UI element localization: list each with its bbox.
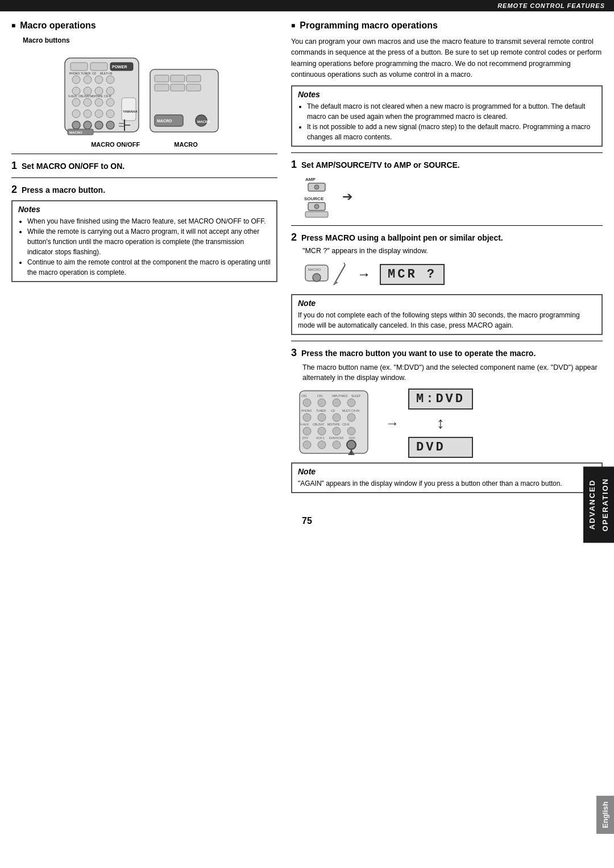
right-note-item-2: It is not possible to add a new signal (…	[307, 122, 596, 142]
svg-point-54	[314, 185, 319, 189]
svg-text:MULTI-IN: MULTI-IN	[100, 72, 113, 75]
svg-point-95	[303, 441, 311, 449]
arrow-down: ↕	[408, 414, 473, 432]
macro-on-off-label: MACRO ON/OFF	[91, 141, 140, 148]
svg-text:INPUT/MOZ: INPUT/MOZ	[332, 394, 348, 398]
svg-point-8	[106, 76, 114, 84]
right-section-title: Programming macro operations	[291, 20, 603, 31]
svg-rect-59	[305, 212, 328, 217]
svg-point-9	[72, 87, 80, 95]
svg-point-22	[84, 121, 92, 129]
svg-text:TUNER: TUNER	[81, 72, 91, 75]
remote-svg: POWER	[11, 47, 277, 138]
svg-point-20	[106, 110, 114, 118]
svg-point-21	[72, 121, 80, 129]
svg-text:MACRO: MACRO	[197, 120, 210, 123]
svg-rect-42	[155, 75, 169, 82]
bottom-remote: CB1 CB1 INPUT/MOZ SLEEP PHONO TUNER CD M…	[297, 388, 376, 458]
left-section-title: Macro operations	[11, 20, 277, 31]
svg-point-71	[303, 399, 311, 407]
step1-heading: 1 Set MACRO ON/OFF to ON.	[11, 160, 277, 172]
svg-text:VCR-1: VCR-1	[316, 436, 325, 440]
svg-text:MACRO: MACRO	[157, 119, 172, 123]
svg-text:CBL/SAT: CBL/SAT	[313, 423, 324, 426]
svg-point-88	[318, 427, 326, 435]
svg-point-62	[313, 274, 321, 282]
svg-text:MACRO: MACRO	[69, 131, 82, 134]
svg-text:V-AUX: V-AUX	[68, 94, 77, 98]
svg-text:TUNER: TUNER	[316, 409, 326, 412]
svg-point-89	[333, 427, 341, 435]
bottom-remote-area: CB1 CB1 INPUT/MOZ SLEEP PHONO TUNER CD M…	[291, 388, 603, 458]
svg-point-80	[318, 414, 326, 421]
step1-text: Set MACRO ON/OFF to ON.	[22, 162, 125, 171]
amp-source-diagram: AMP SOURCE TV ➔	[302, 174, 603, 220]
step1-num: 1	[11, 160, 17, 172]
right-step1-text: Set AMP/SOURCE/TV to AMP or SOURCE.	[301, 160, 460, 170]
right-divider-2	[291, 225, 603, 226]
step2-num: 2	[11, 184, 17, 196]
svg-point-7	[95, 76, 103, 84]
advanced-operation-tab: ADVANCED OPERATION	[583, 466, 614, 543]
right-note-box-2: Note "AGAIN" appears in the display wind…	[291, 462, 603, 493]
svg-point-79	[303, 414, 311, 421]
left-column: Macro operations Macro buttons POWER	[11, 20, 277, 498]
svg-text:MD/TAPE: MD/TAPE	[327, 423, 341, 426]
display-dvd: DVD	[408, 437, 473, 458]
svg-point-10	[84, 87, 92, 95]
right-notes-list: The default macro is not cleared when a …	[298, 101, 596, 142]
svg-rect-44	[186, 75, 201, 82]
svg-point-24	[106, 121, 114, 129]
right-note-title-1: Note	[298, 299, 596, 308]
svg-text:CB1: CB1	[301, 394, 307, 398]
svg-point-16	[106, 98, 114, 106]
svg-text:CD-R: CD-R	[104, 94, 111, 98]
page-number: 75	[0, 507, 614, 535]
right-step3-num: 3	[291, 347, 297, 359]
svg-text:CB1: CB1	[317, 394, 323, 398]
svg-point-96	[318, 441, 326, 449]
left-notes-list: When you have finished using the Macro f…	[18, 216, 271, 278]
right-step2-heading: 2 Press MACRO using a ballpoint pen or s…	[291, 232, 603, 243]
svg-text:CBL/SAT: CBL/SAT	[78, 94, 90, 98]
pen-area: MACRO	[302, 259, 348, 290]
svg-point-19	[95, 110, 103, 118]
svg-text:YAMAHA: YAMAHA	[123, 110, 138, 113]
svg-rect-1	[70, 63, 88, 71]
svg-text:CD-R: CD-R	[342, 423, 350, 426]
right-step2-text: Press MACRO using a ballpoint pen or sim…	[301, 233, 503, 242]
main-content: Macro operations Macro buttons POWER	[0, 11, 614, 507]
left-notes-title: Notes	[18, 205, 271, 214]
svg-point-72	[318, 399, 326, 407]
svg-point-14	[84, 98, 92, 106]
svg-point-15	[95, 98, 103, 106]
bottom-readouts: M:DVD ↕ DVD	[408, 388, 473, 458]
svg-text:AMP: AMP	[305, 177, 316, 182]
svg-point-6	[84, 76, 92, 84]
svg-point-12	[106, 87, 114, 95]
svg-point-57	[314, 204, 319, 209]
svg-point-11	[95, 87, 103, 95]
step2-heading: 2 Press a macro button.	[11, 184, 277, 196]
right-step3-heading: 3 Press the macro button you want to use…	[291, 347, 603, 359]
svg-point-87	[303, 427, 311, 435]
svg-text:PHONO: PHONO	[69, 72, 80, 75]
step2-text: Press a macro button.	[22, 185, 105, 195]
svg-point-90	[347, 427, 355, 435]
left-notes-box: Notes When you have finished using the M…	[11, 200, 277, 282]
svg-point-13	[72, 98, 80, 106]
macro-bottom-labels: MACRO ON/OFF MACRO	[11, 141, 277, 148]
svg-rect-33	[122, 98, 136, 121]
svg-rect-45	[155, 84, 169, 91]
left-note-item-2: While the remote is carrying out a Macro…	[27, 226, 271, 257]
svg-point-82	[347, 414, 355, 421]
right-note-text-1: If you do not complete each of the follo…	[298, 310, 596, 330]
right-note-text-2: "AGAIN" appears in the display window if…	[298, 478, 596, 489]
right-divider-1	[291, 152, 603, 153]
svg-rect-2	[90, 63, 107, 71]
right-step3-desc: The macro button name (ex. "M:DVD") and …	[302, 362, 603, 384]
amp-source-svg: AMP SOURCE TV	[302, 174, 337, 220]
bottom-remote-svg: CB1 CB1 INPUT/MOZ SLEEP PHONO TUNER CD M…	[297, 388, 376, 456]
side-tab-line1: ADVANCED	[588, 480, 596, 530]
svg-text:MACRO: MACRO	[308, 268, 321, 271]
